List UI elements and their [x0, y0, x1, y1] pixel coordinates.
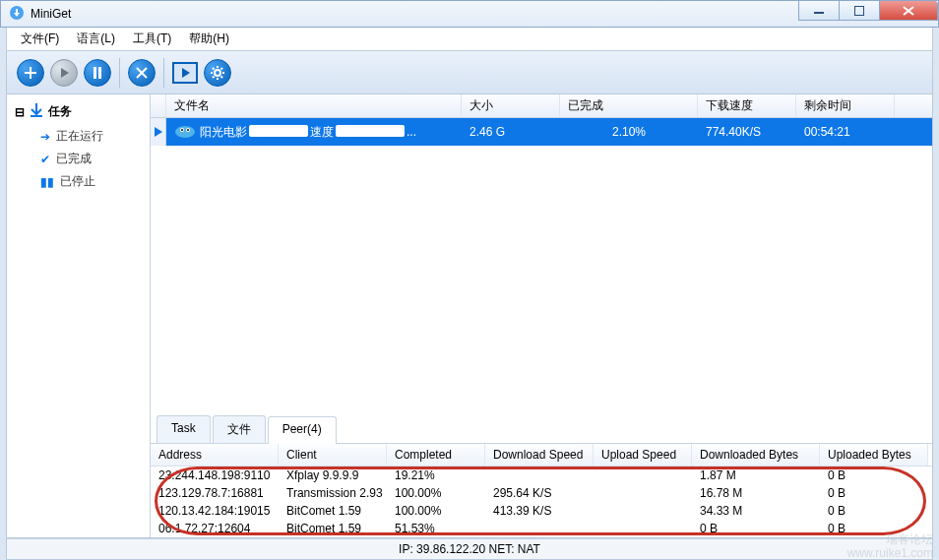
pcol-completed[interactable]: Completed [387, 444, 485, 466]
pcol-ubytes[interactable]: Uploaded Bytes [820, 444, 928, 466]
peer-cell-completed: 19.21% [387, 467, 485, 484]
peer-cell-dbytes: 34.33 M [692, 502, 820, 520]
menu-file[interactable]: 文件(F) [13, 29, 67, 49]
pcol-dbytes[interactable]: Downloaded Bytes [692, 444, 820, 466]
menubar: 文件(F) 语言(L) 工具(T) 帮助(H) [6, 28, 933, 51]
pause-button[interactable] [84, 59, 111, 87]
peer-cell-dbytes: 1.87 M [692, 467, 820, 484]
redacted-text [336, 125, 405, 137]
peer-cell-addr: 120.13.42.184:19015 [151, 502, 279, 520]
svg-point-7 [175, 126, 195, 138]
peer-row[interactable]: 120.13.42.184:19015BitComet 1.59100.00%4… [151, 502, 932, 520]
peer-cell-addr: 123.129.78.7:16881 [151, 484, 279, 502]
add-button[interactable] [17, 59, 44, 87]
svg-rect-2 [854, 6, 864, 16]
col-remaining[interactable]: 剩余时间 [796, 94, 895, 117]
peer-cell-uspeed [594, 467, 692, 484]
peer-cell-completed: 100.00% [387, 484, 485, 502]
video-icon [174, 123, 196, 141]
peer-cell-dbytes: 0 B [692, 520, 820, 537]
peer-cell-client: Transmission 2.93 [279, 484, 387, 502]
svg-rect-3 [94, 67, 96, 79]
play-indicator-icon [151, 118, 166, 146]
peer-row[interactable]: 06.1.72.27:12604BitComet 1.5951.53%0 B0 … [151, 520, 932, 537]
col-speed[interactable]: 下载速度 [698, 94, 796, 117]
col-size[interactable]: 大小 [462, 94, 560, 117]
peer-rows: 23.244.148.198:9110Xfplay 9.9.9.919.21%1… [151, 467, 932, 537]
pause-icon: ▮▮ [40, 175, 54, 189]
peer-cell-addr: 06.1.72.27:12604 [151, 520, 279, 537]
status-text: IP: 39.86.122.20 NET: NAT [399, 542, 540, 556]
svg-point-10 [181, 129, 183, 131]
peer-cell-dspeed: 413.39 K/S [485, 502, 594, 520]
window-title: MiniGet [31, 7, 71, 21]
status-bar: IP: 39.86.122.20 NET: NAT [6, 538, 933, 560]
app-icon [9, 5, 25, 24]
delete-button[interactable] [128, 59, 156, 87]
collapse-icon: ⊟ [15, 105, 25, 119]
peer-cell-client: Xfplay 9.9.9.9 [279, 467, 387, 484]
peer-row[interactable]: 23.244.148.198:9110Xfplay 9.9.9.919.21%1… [151, 467, 932, 484]
sidebar: ⊟ 任务 ➔ 正在运行 ✔ 已完成 ▮▮ 已停止 [7, 94, 151, 537]
peer-cell-dbytes: 16.78 M [692, 484, 820, 502]
sidebar-item-running[interactable]: ➔ 正在运行 [7, 125, 150, 148]
col-completed[interactable]: 已完成 [560, 94, 698, 117]
filename-mid: 速度 [310, 124, 334, 141]
menu-tools[interactable]: 工具(T) [125, 29, 179, 49]
download-row[interactable]: 阳光电影 速度 ... 2.46 G 2.10% 774.40K/S 00:54… [151, 118, 932, 146]
filename-prefix: 阳光电影 [200, 124, 247, 141]
peer-cell-ubytes: 0 B [820, 520, 928, 537]
peer-cell-uspeed [594, 520, 692, 537]
sidebar-item-stopped[interactable]: ▮▮ 已停止 [7, 170, 150, 193]
cell-size: 2.46 G [462, 125, 560, 139]
toolbar-separator [119, 58, 120, 88]
peer-cell-completed: 100.00% [387, 502, 485, 520]
svg-rect-6 [31, 115, 42, 117]
peer-row[interactable]: 123.129.78.7:16881Transmission 2.93100.0… [151, 484, 932, 502]
peer-cell-dspeed [485, 467, 594, 484]
col-filename[interactable]: 文件名 [166, 94, 462, 117]
grid-header: 文件名 大小 已完成 下载速度 剩余时间 [151, 94, 932, 118]
peer-cell-ubytes: 0 B [820, 502, 928, 520]
play-button[interactable] [50, 59, 78, 87]
pcol-client[interactable]: Client [279, 444, 387, 466]
tab-file[interactable]: 文件 [213, 415, 266, 443]
toolbar-separator [163, 58, 164, 88]
sidebar-header[interactable]: ⊟ 任务 [7, 98, 150, 125]
menu-help[interactable]: 帮助(H) [181, 29, 237, 49]
peer-cell-uspeed [594, 484, 692, 502]
cell-remaining: 00:54:21 [796, 125, 895, 139]
sidebar-item-label: 已停止 [60, 173, 95, 190]
pcol-address[interactable]: Address [151, 444, 279, 466]
peer-cell-addr: 23.244.148.198:9110 [151, 467, 279, 484]
svg-rect-4 [98, 67, 101, 79]
tab-task[interactable]: Task [156, 415, 211, 443]
peer-cell-client: BitComet 1.59 [279, 520, 387, 537]
cell-speed: 774.40K/S [698, 125, 796, 139]
peer-cell-completed: 51.53% [387, 520, 485, 537]
sidebar-title: 任务 [48, 103, 72, 120]
tab-peer[interactable]: Peer(4) [268, 416, 337, 444]
peer-cell-ubytes: 0 B [820, 484, 928, 502]
peer-cell-dspeed: 295.64 K/S [485, 484, 594, 502]
media-button[interactable] [172, 62, 198, 84]
pcol-dspeed[interactable]: Download Speed [485, 444, 594, 466]
settings-button[interactable] [204, 59, 231, 87]
maximize-button[interactable] [839, 1, 880, 21]
tasks-icon [29, 102, 44, 121]
sidebar-item-completed[interactable]: ✔ 已完成 [7, 148, 150, 170]
menu-language[interactable]: 语言(L) [69, 29, 123, 49]
filename-suffix: ... [407, 125, 416, 139]
svg-rect-1 [814, 12, 824, 14]
peer-cell-ubytes: 0 B [820, 467, 928, 484]
sidebar-item-label: 已完成 [56, 151, 92, 167]
pcol-uspeed[interactable]: Upload Speed [594, 444, 692, 466]
minimize-button[interactable] [798, 1, 840, 21]
running-icon: ➔ [40, 130, 50, 144]
window-titlebar: MiniGet [0, 0, 939, 28]
redacted-text [249, 125, 308, 137]
toolbar [6, 51, 933, 94]
cell-completed: 2.10% [560, 125, 698, 139]
sidebar-item-label: 正在运行 [56, 128, 103, 145]
close-button[interactable] [879, 1, 938, 21]
